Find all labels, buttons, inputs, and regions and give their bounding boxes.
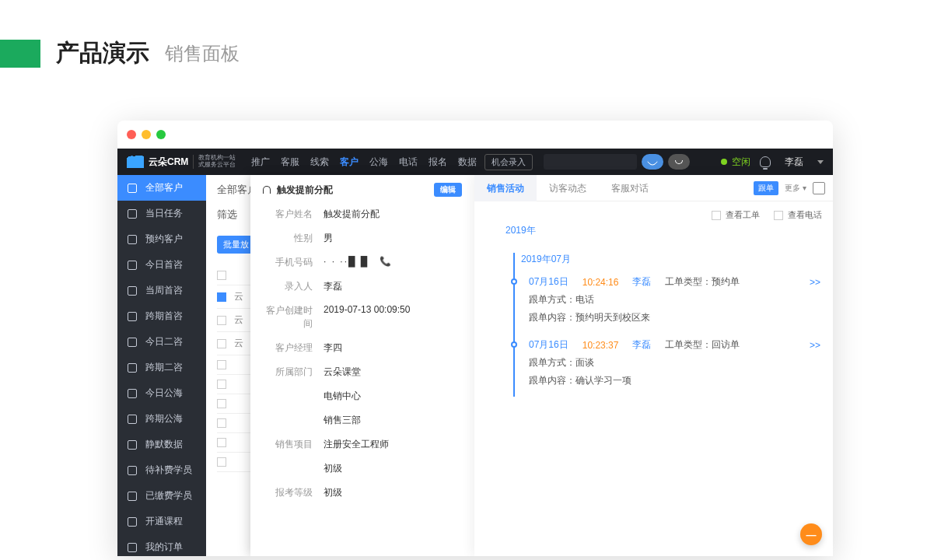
collapse-fab-button[interactable]: — (800, 523, 822, 545)
agent-status[interactable]: 空闲 (721, 156, 750, 169)
sidebar-item[interactable]: 当周首咨 (117, 278, 206, 303)
sidebar-item[interactable]: 当日任务 (117, 201, 206, 226)
more-dropdown[interactable]: 更多 ▾ (785, 183, 806, 194)
sidebar-item[interactable]: 全部客户 (117, 175, 206, 201)
detail-field: 销售三部 (263, 414, 462, 427)
brand-logo[interactable]: 云朵CRM 教育机构一站式服务云平台 (127, 155, 242, 169)
popout-icon[interactable] (813, 182, 825, 194)
row-checkbox[interactable] (217, 399, 226, 408)
sidebar-item-label: 静默数据 (145, 438, 183, 451)
sidebar-item-icon (127, 260, 138, 271)
row-checkbox[interactable] (217, 380, 226, 389)
entry-expand[interactable]: >> (810, 277, 820, 288)
edit-button[interactable]: 编辑 (434, 183, 462, 197)
entry-detail: 跟单内容：预约明天到校区来 (529, 311, 820, 324)
sidebar-item[interactable]: 预约客户 (117, 226, 206, 252)
sidebar-item[interactable]: 今日公海 (117, 380, 206, 406)
entry-detail: 跟单方式：电话 (529, 293, 820, 306)
row-checkbox[interactable] (217, 457, 226, 467)
detail-field: 销售项目注册安全工程师 (263, 438, 462, 451)
sidebar-item[interactable]: 开通课程 (117, 509, 206, 534)
row-checkbox[interactable] (217, 271, 226, 280)
detail-field-value: 电销中心 (324, 390, 462, 403)
sidebar-item[interactable]: 跨期首咨 (117, 303, 206, 329)
activity-tab[interactable]: 销售活动 (474, 175, 537, 201)
row-checkbox[interactable] (217, 292, 226, 302)
sidebar-item-icon (127, 414, 138, 425)
maximize-dot-icon[interactable] (156, 130, 166, 139)
detail-field: 客户姓名触发提前分配 (263, 208, 462, 221)
timeline-year: 2019年 (474, 221, 833, 240)
top-menu-item[interactable]: 数据 (458, 156, 477, 169)
sidebar-item-icon (127, 311, 138, 322)
bell-icon[interactable] (760, 156, 771, 167)
sidebar-item-icon (127, 208, 138, 219)
main-area: 全部客户 筛选 批量放 云云云 触发提前分配 编辑 客户姓名触发提前分配性别男手… (206, 175, 833, 556)
chevron-down-icon[interactable] (817, 160, 824, 164)
row-checkbox[interactable] (217, 316, 226, 325)
top-menu-item[interactable]: 客户 (340, 156, 359, 169)
top-menu-item[interactable]: 报名 (429, 156, 447, 169)
minimize-dot-icon[interactable] (142, 130, 151, 139)
row-checkbox[interactable] (217, 360, 226, 369)
row-checkbox[interactable] (217, 339, 226, 348)
timeline-bullet-icon (511, 341, 517, 348)
search-input[interactable] (544, 154, 637, 170)
entry-type: 工单类型：回访单 (665, 338, 740, 352)
hangup-button[interactable] (668, 154, 690, 170)
top-menu-item[interactable]: 公海 (369, 156, 388, 169)
top-menu-item[interactable]: 推广 (251, 156, 270, 169)
sidebar-item[interactable]: 今日二咨 (117, 329, 206, 355)
row-checkbox[interactable] (217, 418, 226, 428)
entry-expand[interactable]: >> (810, 340, 820, 351)
entry-detail: 跟单方式：面谈 (529, 356, 820, 369)
activity-filters: 查看工单查看电话 (474, 201, 833, 221)
checkbox-icon (712, 211, 721, 220)
detail-field-value: 李四 (324, 341, 462, 355)
phone-icon[interactable]: 📞 (380, 256, 393, 267)
status-text: 空闲 (732, 156, 750, 169)
row-checkbox[interactable] (217, 438, 226, 447)
customer-detail-panel: 触发提前分配 编辑 客户姓名触发提前分配性别男手机号码· · ··█ █📞录入人… (250, 175, 474, 556)
sidebar-item-label: 已缴费学员 (145, 489, 192, 502)
sidebar-item[interactable]: 待补费学员 (117, 457, 206, 483)
close-dot-icon[interactable] (127, 130, 136, 139)
sidebar-item[interactable]: 我的订单 (117, 534, 206, 556)
activity-tab[interactable]: 客服对话 (599, 175, 661, 201)
activity-filter-check[interactable]: 查看工单 (712, 209, 760, 221)
page-title: 产品演示 (56, 37, 149, 69)
sidebar-item[interactable]: 今日首咨 (117, 252, 206, 278)
current-user[interactable]: 李磊 (785, 156, 803, 169)
detail-field-label: 客户姓名 (263, 208, 313, 221)
sidebar-item-label: 我的订单 (145, 541, 183, 554)
detail-field-value: 初级 (324, 462, 462, 475)
filter-label: 查看工单 (726, 209, 760, 221)
top-right: 李磊 (760, 156, 824, 169)
detail-field-value: 李磊 (324, 280, 462, 293)
sidebar-item-label: 今日首咨 (145, 258, 183, 271)
detail-field: 所属部门云朵课堂 (263, 366, 462, 379)
sidebar-item[interactable]: 跨期公海 (117, 406, 206, 432)
timeline-entry: 07月16日10:23:37李磊工单类型：回访单>>跟单方式：面谈跟单内容：确认… (510, 334, 820, 397)
opportunity-entry-button[interactable]: 机会录入 (484, 154, 533, 170)
activity-timeline: 2019年07月 07月16日10:24:16李磊工单类型：预约单>>跟单方式：… (474, 240, 833, 404)
detail-field: 电销中心 (263, 390, 462, 403)
top-menu-item[interactable]: 客服 (281, 156, 299, 169)
sidebar-item-label: 今日公海 (145, 387, 183, 400)
sidebar-item[interactable]: 跨期二咨 (117, 355, 206, 380)
sidebar-item-icon (127, 337, 138, 348)
activity-tab[interactable]: 访客动态 (537, 175, 599, 201)
entry-date: 07月16日 (529, 275, 568, 289)
top-menu-item[interactable]: 线索 (310, 156, 329, 169)
top-menu-item[interactable]: 电话 (399, 156, 418, 169)
phone-icon (647, 156, 658, 167)
window-titlebar (117, 121, 833, 149)
sidebar-item[interactable]: 已缴费学员 (117, 483, 206, 509)
sidebar-item[interactable]: 静默数据 (117, 432, 206, 457)
bulk-action-button[interactable]: 批量放 (217, 236, 255, 254)
detail-field-value: 初级 (324, 486, 462, 499)
activity-filter-check[interactable]: 查看电话 (774, 209, 822, 221)
entry-type: 工单类型：预约单 (665, 275, 740, 289)
call-button[interactable] (642, 154, 663, 170)
follow-button[interactable]: 跟单 (754, 181, 778, 195)
